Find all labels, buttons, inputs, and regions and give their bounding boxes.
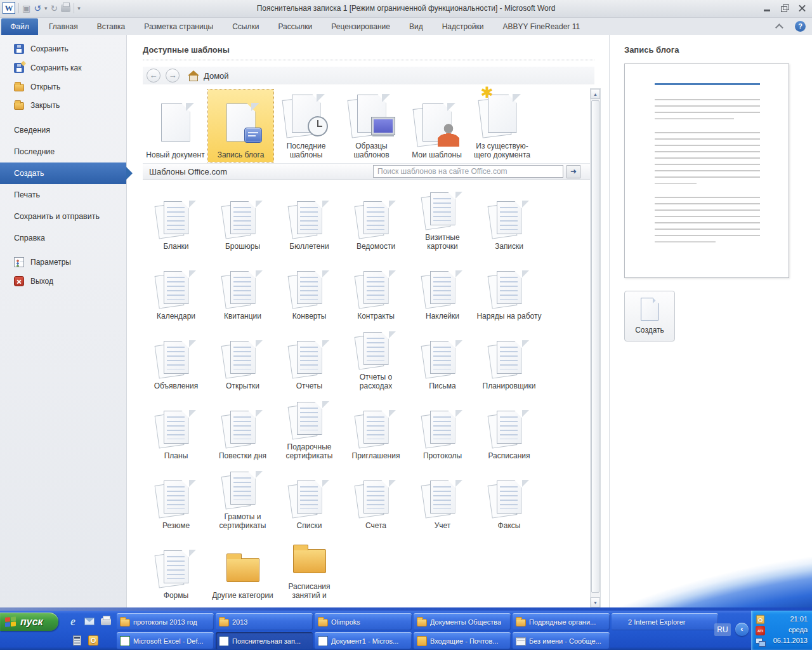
- taskbar-button[interactable]: Документ1 - Micros...: [315, 632, 412, 649]
- template-item[interactable]: Планы: [143, 392, 209, 461]
- taskbar-button[interactable]: Входящие - Почтов...: [414, 632, 511, 649]
- template-item[interactable]: Открытки: [209, 322, 276, 392]
- taskbar-button[interactable]: Пояснительная зап...: [216, 632, 313, 649]
- template-item[interactable]: Календари: [143, 252, 209, 322]
- sidebar-command[interactable]: Открыть: [0, 77, 126, 96]
- tray-ati-icon[interactable]: ATI: [756, 626, 765, 635]
- ribbon-tab[interactable]: ABBYY FineReader 11: [494, 18, 590, 35]
- template-item[interactable]: Брошюры: [209, 182, 276, 252]
- template-item[interactable]: Объявления: [143, 322, 209, 392]
- template-tile[interactable]: Новый документ: [143, 90, 208, 162]
- scrollbar[interactable]: ▲ ▼: [590, 88, 601, 608]
- sidebar-command[interactable]: Закрыть: [0, 96, 126, 114]
- template-item[interactable]: Контракты: [343, 252, 409, 322]
- template-tile[interactable]: Запись блога: [208, 90, 273, 162]
- template-item[interactable]: Визитные карточки: [409, 182, 476, 252]
- taskbar: пуск e O протоколы 2013 год 2013: [0, 611, 812, 650]
- template-item[interactable]: Расписания: [476, 392, 542, 461]
- template-item[interactable]: Отчеты: [276, 322, 343, 392]
- template-item[interactable]: Факсы: [476, 461, 542, 531]
- start-button[interactable]: пуск: [0, 613, 58, 631]
- template-item[interactable]: Списки: [276, 461, 343, 531]
- sidebar-nav-item[interactable]: Сведения: [0, 119, 126, 141]
- restore-icon[interactable]: [780, 4, 789, 12]
- help-icon[interactable]: ?: [795, 21, 806, 32]
- template-item[interactable]: Бюллетени: [276, 182, 343, 252]
- template-item[interactable]: Наряды на работу: [476, 252, 542, 322]
- template-tile[interactable]: Из существую- щего документа: [469, 90, 535, 162]
- template-item[interactable]: Другие категории: [209, 531, 276, 601]
- scroll-down-icon[interactable]: ▼: [591, 597, 600, 607]
- minimize-ribbon-icon[interactable]: [775, 23, 783, 32]
- template-item[interactable]: Наклейки: [409, 252, 476, 322]
- sidebar-nav-item[interactable]: Печать: [0, 184, 126, 206]
- ribbon-tab[interactable]: Вставка: [88, 18, 135, 35]
- outlook-icon[interactable]: O: [88, 635, 99, 646]
- taskbar-button[interactable]: Без имени - Сообще...: [513, 632, 610, 649]
- ribbon-tab[interactable]: Надстройки: [433, 18, 494, 35]
- back-icon[interactable]: ←: [147, 69, 160, 83]
- ribbon-tab[interactable]: Рецензирование: [322, 18, 400, 35]
- template-item[interactable]: Отчеты о расходах: [343, 322, 409, 392]
- sidebar-nav-item[interactable]: Создать: [0, 162, 126, 184]
- template-item[interactable]: Резюме: [143, 461, 209, 531]
- taskbar-button[interactable]: протоколы 2013 год: [117, 613, 214, 630]
- sidebar-nav-item[interactable]: Сохранить и отправить: [0, 206, 126, 227]
- sidebar-nav-item[interactable]: Последние: [0, 141, 126, 162]
- template-item[interactable]: Квитанции: [209, 252, 276, 322]
- template-item[interactable]: Письма: [409, 322, 476, 392]
- taskbar-button[interactable]: Подрядные органи...: [513, 613, 610, 630]
- template-tile[interactable]: Последние шаблоны: [273, 90, 339, 162]
- template-item[interactable]: Грамоты и сертификаты: [209, 461, 276, 531]
- template-item[interactable]: Формы: [143, 531, 209, 601]
- sidebar-command[interactable]: Сохранить как: [0, 58, 126, 77]
- taskbar-button[interactable]: 2 Internet Explorer: [612, 613, 718, 630]
- sidebar-command[interactable]: Выход: [0, 272, 126, 291]
- taskbar-button[interactable]: 2013: [216, 613, 313, 630]
- close-icon[interactable]: [798, 4, 807, 12]
- taskbar-button[interactable]: Документы Общества: [414, 613, 511, 630]
- template-item[interactable]: Бланки: [143, 182, 209, 252]
- ribbon-tab[interactable]: Ссылки: [223, 18, 268, 35]
- template-item[interactable]: Учет: [409, 461, 476, 531]
- tray-expand-icon[interactable]: ‹: [735, 623, 749, 636]
- tab-file[interactable]: Файл: [1, 18, 38, 35]
- outlook-express-icon[interactable]: [84, 616, 95, 627]
- template-item[interactable]: Конверты: [276, 252, 343, 322]
- create-button[interactable]: Создать: [624, 291, 675, 342]
- ribbon-tab[interactable]: Рассылки: [268, 18, 322, 35]
- tray-clock[interactable]: 21:01 среда 06.11.2013: [773, 614, 808, 646]
- template-item[interactable]: Планировщики: [476, 322, 542, 392]
- calculator-icon[interactable]: [71, 635, 82, 646]
- template-item[interactable]: Приглашения: [343, 392, 409, 461]
- scroll-up-icon[interactable]: ▲: [591, 89, 600, 99]
- sidebar-command[interactable]: Параметры: [0, 253, 126, 272]
- ribbon-tab[interactable]: Вид: [400, 18, 433, 35]
- internet-explorer-icon[interactable]: e: [67, 616, 79, 627]
- home-icon[interactable]: [188, 71, 199, 80]
- taskbar-button[interactable]: Microsoft Excel - Def...: [117, 632, 214, 649]
- template-item[interactable]: Протоколы: [409, 392, 476, 461]
- template-item[interactable]: Подарочные сертификаты: [276, 392, 343, 461]
- ribbon-tab[interactable]: Разметка страницы: [134, 18, 223, 35]
- tray-network-icon[interactable]: [756, 637, 765, 647]
- template-item[interactable]: Ведомости: [343, 182, 409, 252]
- minimize-icon[interactable]: [763, 4, 771, 12]
- sidebar-command[interactable]: Сохранить: [0, 39, 126, 58]
- forward-icon[interactable]: →: [166, 69, 180, 83]
- template-item[interactable]: Расписания занятий и: [276, 531, 343, 601]
- template-tile[interactable]: Мои шаблоны: [404, 90, 469, 162]
- language-indicator[interactable]: RU: [714, 623, 731, 636]
- template-item[interactable]: Повестки дня: [209, 392, 276, 461]
- tray-outlook-icon[interactable]: O: [756, 614, 765, 624]
- sidebar-nav-item[interactable]: Справка: [0, 227, 126, 249]
- ribbon-tab[interactable]: Главная: [39, 18, 88, 35]
- template-tile[interactable]: Образцы шаблонов: [339, 90, 404, 162]
- search-input[interactable]: [373, 165, 563, 178]
- template-item[interactable]: Записки: [476, 182, 542, 252]
- taskbar-button[interactable]: Olimpoks: [315, 613, 412, 630]
- template-item[interactable]: Счета: [343, 461, 409, 531]
- search-go-icon[interactable]: ➜: [566, 165, 580, 178]
- printer-icon[interactable]: [100, 616, 112, 627]
- scroll-thumb[interactable]: [591, 100, 599, 593]
